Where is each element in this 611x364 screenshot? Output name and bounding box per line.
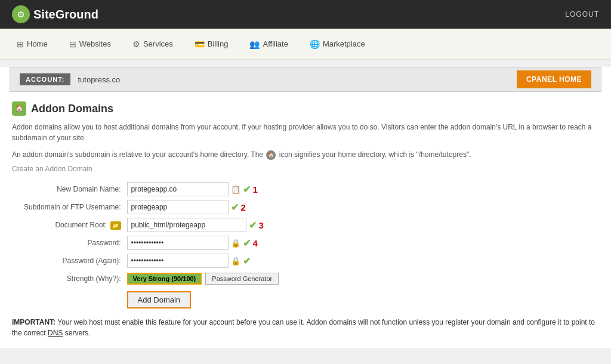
- nav-item-home[interactable]: ⊞ Home: [6, 29, 58, 60]
- subdomain-row: Subdomain or FTP Username: ✔ 2: [24, 198, 279, 216]
- cpanel-home-button[interactable]: CPANEL HOME: [517, 70, 591, 88]
- affiliate-icon: 👥: [249, 39, 260, 49]
- subdomain-label: Subdomain or FTP Username:: [24, 198, 127, 216]
- services-icon: ⚙: [132, 39, 140, 49]
- strength-indicator: Very Strong (90/100): [127, 273, 202, 285]
- marketplace-icon: 🌐: [310, 39, 320, 49]
- important-label: IMPORTANT:: [12, 318, 55, 326]
- section-title: 🏠 Addon Domains: [12, 101, 599, 116]
- nav-item-services[interactable]: ⚙ Services: [122, 29, 184, 60]
- nav-label-affiliate: Affiliate: [263, 39, 288, 48]
- nav-label-home: Home: [27, 39, 48, 48]
- subdomain-check-icon: ✔: [231, 202, 239, 213]
- docroot-label: Document Root:: [55, 221, 107, 229]
- password-label: Password:: [24, 234, 127, 252]
- account-bar: ACCOUNT: tutopress.co CPANEL HOME: [10, 67, 601, 92]
- account-label: ACCOUNT:: [20, 73, 70, 85]
- step-2-label: 2: [241, 202, 246, 212]
- add-domain-button[interactable]: Add Domain: [127, 291, 192, 309]
- add-domain-row: Add Domain: [24, 288, 279, 309]
- create-addon-label: Create an Addon Domain: [12, 165, 599, 173]
- docroot-row: Document Root: 📁 ✔ 3: [24, 216, 279, 234]
- addon-domain-form: New Domain Name: 📋 ✔ 1 Subdomain or FTP …: [24, 180, 279, 309]
- description-2: An addon domain's subdomain is relative …: [12, 149, 599, 160]
- new-domain-input[interactable]: [127, 182, 229, 196]
- addon-domains-icon: 🏠: [12, 101, 26, 116]
- subdomain-input[interactable]: [127, 200, 229, 214]
- password-input[interactable]: [127, 236, 229, 250]
- docroot-folder-icon: 📁: [110, 221, 121, 230]
- nav-label-websites: Websites: [79, 39, 111, 48]
- password-info-icon: 🔒: [231, 239, 240, 248]
- nav-label-marketplace: Marketplace: [323, 39, 365, 48]
- logo-text: SiteGround: [33, 8, 98, 21]
- home-dir-icon: 🏠: [266, 150, 276, 160]
- docroot-input[interactable]: [127, 218, 246, 232]
- password-again-info-icon: 🔒: [231, 257, 240, 266]
- step-1-label: 1: [253, 184, 258, 195]
- websites-icon: ⊟: [69, 39, 76, 49]
- nav-item-affiliate[interactable]: 👥 Affiliate: [239, 29, 298, 60]
- password-again-label: Password (Again):: [24, 252, 127, 270]
- description-1: Addon domains allow you to host addition…: [12, 122, 599, 143]
- home-icon: ⊞: [17, 39, 24, 49]
- nav-label-services: Services: [143, 39, 173, 48]
- nav-item-websites[interactable]: ⊟ Websites: [58, 29, 122, 60]
- billing-icon: 💳: [195, 39, 205, 49]
- password-check-icon: ✔: [243, 237, 251, 249]
- page-content: 🏠 Addon Domains Addon domains allow you …: [0, 92, 611, 348]
- content-area: ACCOUNT: tutopress.co CPANEL HOME 🏠 Addo…: [0, 67, 611, 348]
- logout-button[interactable]: LOGOUT: [565, 10, 599, 18]
- step-3-label: 3: [259, 220, 264, 230]
- main-nav: ⊞ Home ⊟ Websites ⚙ Services 💳 Billing 👥…: [0, 29, 611, 60]
- account-domain: tutopress.co: [78, 75, 516, 84]
- logo: ⊙ SiteGround: [12, 5, 98, 23]
- strength-row: Strength (Why?): Very Strong (90/100) Pa…: [24, 270, 279, 288]
- important-note: IMPORTANT: Your web host must enable thi…: [12, 317, 599, 338]
- step-4-label: 4: [253, 238, 258, 248]
- strength-label: Strength (Why?):: [24, 270, 127, 288]
- nav-item-marketplace[interactable]: 🌐 Marketplace: [299, 29, 376, 60]
- new-domain-info-icon: 📋: [231, 185, 240, 194]
- docroot-check-icon: ✔: [249, 220, 257, 231]
- password-generator-button[interactable]: Password Generator: [205, 273, 279, 285]
- new-domain-check-icon: ✔: [243, 184, 251, 195]
- password-again-row: Password (Again): 🔒 ✔: [24, 252, 279, 270]
- dns-text: DNS: [48, 329, 63, 337]
- password-again-check-icon: ✔: [243, 255, 251, 267]
- nav-label-billing: Billing: [208, 39, 229, 48]
- new-domain-row: New Domain Name: 📋 ✔ 1: [24, 180, 279, 198]
- logo-icon: ⊙: [12, 5, 30, 23]
- nav-item-billing[interactable]: 💳 Billing: [184, 29, 239, 60]
- page-title: Addon Domains: [31, 103, 113, 115]
- password-again-input[interactable]: [127, 254, 229, 268]
- top-bar: ⊙ SiteGround LOGOUT: [0, 0, 611, 29]
- new-domain-label: New Domain Name:: [24, 180, 127, 198]
- password-row: Password: 🔒 ✔ 4: [24, 234, 279, 252]
